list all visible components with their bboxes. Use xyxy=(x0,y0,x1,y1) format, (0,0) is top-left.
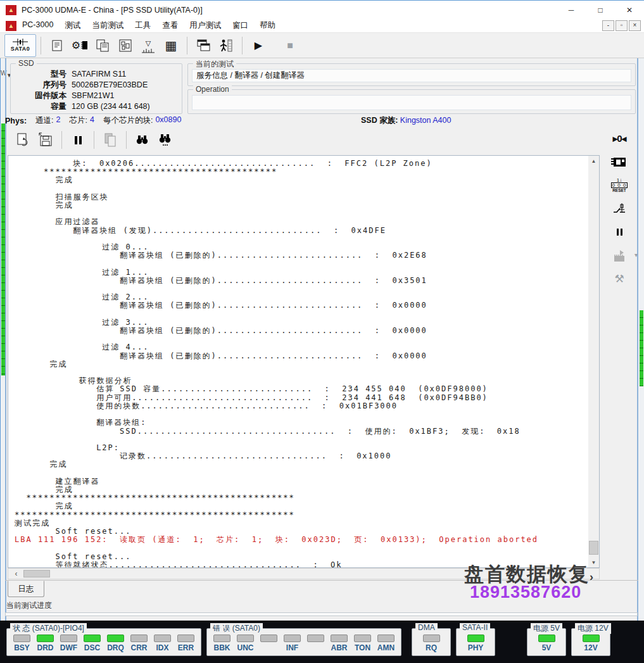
led-indicator xyxy=(130,635,148,642)
log-line: 用户可用............................... : 23… xyxy=(15,394,599,402)
report-button[interactable] xyxy=(11,130,34,150)
log-vertical-scrollbar[interactable]: ▲ ▼ xyxy=(588,156,599,567)
chip-copy-button[interactable] xyxy=(91,35,114,56)
led-row: 5V xyxy=(531,635,562,652)
toolbar-separator xyxy=(61,131,62,149)
chips-copy-icon xyxy=(95,39,110,53)
menu-item[interactable]: 用户测试 xyxy=(184,19,227,32)
led-label: AMN xyxy=(377,643,395,652)
led-indicator xyxy=(37,635,54,642)
service-tools-button[interactable]: ⚒ xyxy=(605,267,634,291)
led-indicator xyxy=(260,635,277,642)
log-line: 完成 xyxy=(15,502,599,510)
led-indicator xyxy=(331,635,348,642)
led-label: RQ xyxy=(426,643,437,652)
utility-settings-button[interactable]: ⚙ xyxy=(68,35,91,56)
menu-item[interactable]: 帮助 xyxy=(254,19,281,32)
ssd-row-label: 序列号 xyxy=(11,80,66,91)
log-output-area[interactable]: 块: 0x0206...............................… xyxy=(8,155,600,568)
watermark-phone: 18913587620 xyxy=(470,583,581,602)
mdi-minimize-button[interactable]: - xyxy=(602,20,614,31)
led-blank xyxy=(304,635,327,652)
phys-field: 芯片: 4 xyxy=(69,115,94,126)
ssd-info-row: 型号 SATAFIRM S11 xyxy=(11,69,182,80)
maximize-button[interactable]: □ xyxy=(586,1,615,19)
funnel-icon: ▽ xyxy=(146,38,151,48)
scroll-left-arrow[interactable]: ‹ xyxy=(11,569,22,579)
filter-chart-button[interactable]: ▽ xyxy=(137,35,160,56)
scroll-up-arrow[interactable]: ▲ xyxy=(588,156,599,166)
log-line: 翻译器块组 (发现)............................. … xyxy=(15,227,599,235)
phys-field-value: 4 xyxy=(90,115,94,126)
scroll-thumb[interactable] xyxy=(589,541,598,555)
windows-stack-icon xyxy=(196,39,211,53)
led-UNC: UNC xyxy=(234,635,257,652)
chip-blocks-icon xyxy=(118,39,133,53)
operation-panel: Operation xyxy=(187,89,636,114)
ssd-row-value: SATAFIRM S11 xyxy=(72,69,126,80)
mdi-restore-button[interactable]: ▫ xyxy=(616,20,628,31)
log-line: 完成 xyxy=(15,460,599,469)
log-line: 翻译器块组 (已删除的)......................... : … xyxy=(15,327,599,335)
led-RQ: RQ xyxy=(415,635,447,652)
menu-item[interactable]: 工具 xyxy=(129,19,156,32)
scroll-thumb[interactable] xyxy=(23,570,50,578)
menu-item[interactable]: 查看 xyxy=(156,19,184,32)
grid-icon: ▦ xyxy=(165,41,177,51)
log-line xyxy=(15,260,599,268)
background-window-sliver-left: W xyxy=(0,58,5,621)
save-log-button[interactable] xyxy=(34,130,57,150)
log-line xyxy=(15,185,599,193)
phys-field-label: 每个芯片的块: xyxy=(103,115,153,126)
reset-counter-button[interactable]: 1↓ 0 0 0 RESET xyxy=(605,174,634,197)
pause-power-button[interactable] xyxy=(605,220,634,244)
led-indicator xyxy=(177,635,194,642)
ssd-info-row: 固件版本 SBFM21W1 xyxy=(11,91,182,101)
exit-utility-button[interactable] xyxy=(215,35,237,56)
menu-item[interactable]: PC-3000 xyxy=(16,19,59,32)
start-test-button[interactable]: ▶ xyxy=(247,35,270,56)
dropdown-arrow-icon[interactable]: ▾ xyxy=(635,251,638,258)
led-label: CRR xyxy=(131,643,148,652)
board-button[interactable] xyxy=(605,150,634,174)
adapter-board-icon xyxy=(611,156,628,168)
pause-log-button[interactable] xyxy=(66,130,89,150)
log-line: 过滤 4... xyxy=(15,343,599,351)
ssd-row-value: 50026B7E79E03BDE xyxy=(72,80,148,91)
block-map-button[interactable] xyxy=(114,35,137,56)
power-source-button[interactable]: ▸0◂ xyxy=(605,127,634,150)
led-indicator xyxy=(213,635,230,642)
find-button[interactable] xyxy=(131,130,154,150)
power-toolbar: ▸0◂ 1↓ 0 0 0 RESET xyxy=(602,127,637,310)
menu-item[interactable]: 窗口 xyxy=(227,19,254,32)
status-group-title: 电源 12V xyxy=(575,623,611,634)
stop-icon: ■ xyxy=(287,41,293,51)
phys-field-value: 0x0890 xyxy=(155,115,181,126)
gear-icon: ⚙ xyxy=(72,41,80,51)
menu-item[interactable]: 测试 xyxy=(59,19,86,32)
tab-log[interactable]: 日志 xyxy=(8,581,44,597)
power-icon: ▸0◂ xyxy=(613,133,626,144)
menu-item[interactable]: 当前测试 xyxy=(86,19,129,32)
progress-bar xyxy=(5,612,638,616)
find-next-button[interactable] xyxy=(154,130,177,150)
table-view-button[interactable]: ▦ xyxy=(160,35,182,56)
ssd-info-row: 容量 120 GB (234 441 648) xyxy=(11,101,182,112)
minimize-button[interactable]: ─ xyxy=(557,1,586,19)
log-line: 翻译器块组 (已删除的)......................... : … xyxy=(15,277,599,285)
drive-info-button[interactable] xyxy=(46,35,68,56)
sata0-port-button[interactable]: SATA0 xyxy=(4,34,36,57)
log-line: 完成 xyxy=(15,360,599,369)
power-switch-button[interactable] xyxy=(605,197,634,220)
stop-test-button[interactable]: ■ xyxy=(279,35,301,56)
copy-log-button[interactable] xyxy=(99,130,122,150)
led-indicator xyxy=(284,635,301,642)
chip-start-button[interactable]: ▾ xyxy=(605,244,634,267)
led-row: PHY xyxy=(460,635,491,652)
close-button[interactable]: ✕ xyxy=(615,1,644,19)
windows-cascade-button[interactable] xyxy=(192,35,215,56)
mdi-close-button[interactable]: × xyxy=(629,20,641,31)
led-BSY: BSY xyxy=(10,635,34,652)
status-group: 错 误 (SATA0) BBKUNCINFABRTONAMN xyxy=(206,628,401,656)
ssd-row-label: 容量 xyxy=(11,101,66,112)
